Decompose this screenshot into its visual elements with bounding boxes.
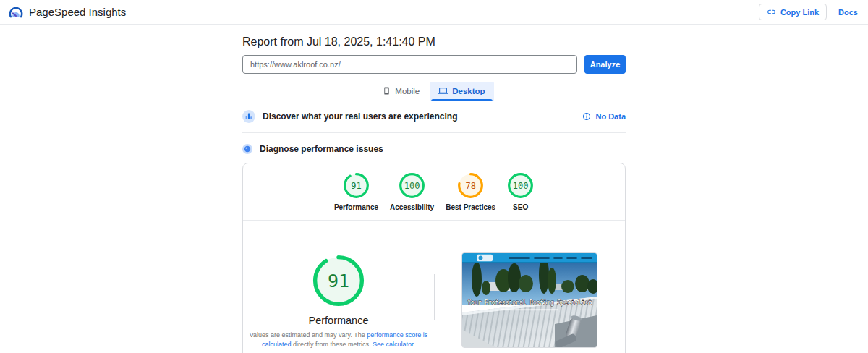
performance-score-value: 91 xyxy=(343,172,370,199)
footnote-text-2: directly from these metrics. xyxy=(291,341,373,348)
footnote-text-1: Values are estimated and may vary. The xyxy=(250,331,367,339)
device-tabs: Mobile Desktop xyxy=(242,82,626,101)
field-data-section[interactable]: Discover what your real users are experi… xyxy=(242,110,626,133)
seo-score-value: 100 xyxy=(507,172,534,199)
copy-link-button[interactable]: Copy Link xyxy=(759,4,827,20)
url-row: Analyze xyxy=(242,55,626,74)
page-screenshot-thumbnail: Your Professional Roofing Specialist xyxy=(461,252,597,348)
hero-text: Your Professional Roofing Specialist xyxy=(467,299,592,306)
seo-score-label: SEO xyxy=(513,203,528,211)
diagnose-icon xyxy=(242,144,252,154)
app-title: PageSpeed Insights xyxy=(29,6,126,18)
analyze-button[interactable]: Analyze xyxy=(584,55,626,74)
category-score-seo[interactable]: 100 SEO xyxy=(505,172,536,211)
tab-mobile-label: Mobile xyxy=(395,87,420,95)
report-main: Report from Jul 18, 2025, 1:41:40 PM Ana… xyxy=(242,34,626,353)
lab-section-title: Diagnose performance issues xyxy=(260,144,626,154)
tab-desktop-label: Desktop xyxy=(452,87,485,95)
docs-link[interactable]: Docs xyxy=(838,8,858,17)
performance-detail-section: 91 Performance Values are estimated and … xyxy=(243,221,625,353)
report-card: 91 Performance 100 Accessibility xyxy=(242,163,626,353)
lab-data-section-header: Diagnose performance issues xyxy=(242,144,626,154)
pagespeed-logo-icon xyxy=(9,5,23,20)
performance-heading: Performance xyxy=(308,315,368,326)
field-section-title: Discover what your real users are experi… xyxy=(263,111,575,122)
pagespeed-home-link[interactable]: PageSpeed Insights xyxy=(9,5,126,20)
category-score-performance[interactable]: 91 Performance xyxy=(332,172,380,211)
copy-link-label: Copy Link xyxy=(780,8,819,17)
tab-desktop[interactable]: Desktop xyxy=(430,82,493,101)
see-calculator-link[interactable]: See calculator. xyxy=(373,341,415,348)
app-header: PageSpeed Insights Copy Link Docs xyxy=(0,0,868,25)
performance-gauge-column: 91 Performance Values are estimated and … xyxy=(243,221,434,353)
category-score-best-practices[interactable]: 78 Best Practices xyxy=(443,172,498,211)
best-practices-score-value: 78 xyxy=(457,172,484,199)
category-score-row: 91 Performance 100 Accessibility xyxy=(243,163,625,211)
performance-score-label: Performance xyxy=(334,203,378,211)
performance-big-score: 91 xyxy=(312,254,365,307)
best-practices-score-label: Best Practices xyxy=(446,203,495,211)
screenshot-column: Your Professional Roofing Specialist xyxy=(434,221,625,353)
report-title: Report from Jul 18, 2025, 1:41:40 PM xyxy=(242,34,626,49)
real-users-icon xyxy=(242,110,255,123)
desktop-icon xyxy=(438,86,448,95)
no-data-label: No Data xyxy=(595,112,626,121)
link-icon xyxy=(767,7,776,17)
performance-big-gauge: 91 xyxy=(312,254,365,307)
category-score-accessibility[interactable]: 100 Accessibility xyxy=(388,172,436,211)
accessibility-score-value: 100 xyxy=(399,172,425,199)
url-input[interactable] xyxy=(242,55,577,74)
header-actions: Copy Link Docs xyxy=(759,4,858,20)
info-icon xyxy=(582,112,591,121)
score-footnote: Values are estimated and may vary. The p… xyxy=(247,331,430,349)
no-data-status: No Data xyxy=(582,112,626,121)
accessibility-score-label: Accessibility xyxy=(390,203,434,211)
smartphone-icon xyxy=(383,87,391,95)
vertical-divider xyxy=(434,274,435,320)
tab-mobile[interactable]: Mobile xyxy=(374,82,428,101)
